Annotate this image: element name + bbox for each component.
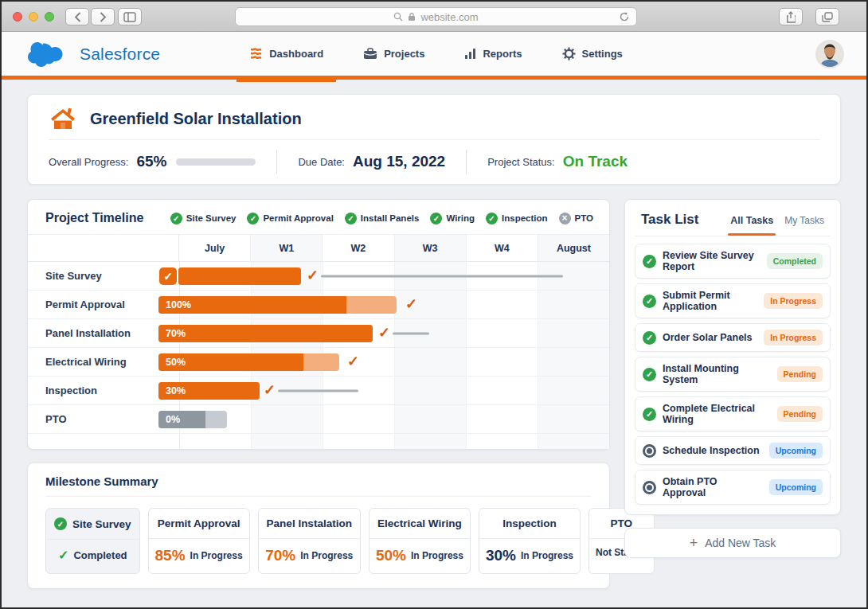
gantt-row-electrical-wiring: Electrical Wiring50%✓ — [28, 348, 609, 377]
check-circle-icon: ✓ — [643, 255, 656, 268]
traffic-lights — [13, 12, 54, 21]
gantt-bar-percent: 30% — [158, 382, 260, 400]
gantt-column-header-w1: W1 — [251, 235, 323, 261]
main-content: Greenfield Solar Installation Overall Pr… — [2, 94, 866, 589]
due-date-value: Aug 15, 2022 — [353, 153, 445, 170]
task-item-complete-electrical-wiring[interactable]: ✓Complete Electrical WiringPending — [635, 396, 831, 431]
milestone-card-permit-approval: Permit Approval85%In Progress — [148, 508, 250, 574]
nav-label: Reports — [483, 48, 522, 60]
gantt-bar[interactable]: 100% — [158, 296, 397, 314]
milestone-card-panel-instalation: Panel Instalation70%In Progress — [258, 508, 361, 574]
tabs-overview-button[interactable] — [815, 8, 839, 25]
legend-label: Permit Approval — [263, 213, 333, 223]
legend-site-survey: ✓Site Survey — [170, 213, 237, 224]
close-window-button[interactable] — [13, 12, 22, 21]
task-item-install-mounting-system[interactable]: ✓Install Mounting SystemPending — [635, 357, 831, 392]
milestone-status: 50%In Progress — [369, 539, 470, 573]
gantt-bar[interactable]: 50% — [158, 353, 339, 371]
forward-button[interactable] — [91, 8, 115, 25]
legend-pto: ×PTO — [559, 213, 593, 224]
gantt-bar-percent: 70% — [158, 325, 373, 342]
check-circle-icon: ✓ — [643, 295, 656, 308]
gantt-row-label: PTO — [28, 405, 179, 433]
plus-icon: + — [690, 536, 698, 550]
status-badge: Completed — [767, 253, 823, 269]
milestone-percent: 50% — [376, 547, 406, 564]
milestone-summary-title: Milestone Summary — [45, 474, 592, 497]
bar-chart-icon — [464, 48, 476, 60]
share-button[interactable] — [779, 8, 803, 25]
status-badge: Pending — [777, 406, 823, 422]
sidebar-toggle-button[interactable] — [118, 8, 142, 25]
check-circle-icon: ✓ — [170, 213, 182, 224]
project-stats-row: Overall Progress: 65% Due Date: Aug 15, … — [49, 150, 819, 174]
check-circle-icon: ✓ — [345, 213, 357, 224]
milestone-percent: 30% — [486, 547, 516, 564]
gantt-row-chart: 30%✓ — [179, 377, 609, 404]
task-item-order-solar-panels[interactable]: ✓Order Solar PanelsIn Progress — [635, 323, 831, 352]
milestone-title-text: Inspection — [502, 517, 557, 529]
task-label: Submit Permit Application — [663, 290, 757, 312]
legend-label: PTO — [575, 213, 593, 223]
tabs-icon — [822, 12, 833, 22]
gantt-row-chart: 0% — [179, 405, 609, 433]
chevron-right-icon — [100, 12, 107, 22]
milestone-status: 85%In Progress — [149, 539, 249, 573]
gantt-column-header-w2: W2 — [323, 235, 394, 261]
minimize-window-button[interactable] — [29, 12, 38, 21]
project-title: Greenfield Solar Installation — [90, 110, 302, 128]
milestone-title: Inspection — [479, 509, 580, 539]
reload-button[interactable] — [619, 11, 630, 25]
nav-item-projects[interactable]: Projects — [363, 30, 424, 78]
tab-all-tasks[interactable]: All Tasks — [730, 215, 773, 226]
task-item-submit-permit-application[interactable]: ✓Submit Permit ApplicationIn Progress — [635, 283, 831, 318]
add-new-task-button[interactable]: + Add New Task — [624, 528, 841, 558]
legend-label: Site Survey — [186, 213, 237, 223]
gantt-body: Site Survey✓✓Permit Approval100%✓Panel I… — [28, 262, 609, 449]
gantt-bar[interactable]: 30% — [158, 382, 260, 400]
project-header-card: Greenfield Solar Installation Overall Pr… — [27, 94, 841, 185]
task-label: Order Solar Panels — [663, 332, 757, 343]
gantt-row-inspection: Inspection30%✓ — [28, 377, 609, 405]
brand-logo[interactable]: Salesforce — [24, 40, 160, 68]
legend-label: Install Panels — [361, 213, 420, 223]
user-avatar[interactable] — [815, 40, 844, 68]
milestone-title: ✓Site Survey — [46, 509, 139, 540]
milestone-status-text: In Progress — [300, 550, 353, 561]
gantt-header-row: JulyW1W2W3W4August — [28, 235, 609, 262]
gantt-bar[interactable] — [178, 267, 301, 285]
task-list-card: Task List All Tasks My Tasks ✓Review Sit… — [624, 199, 841, 515]
nav-item-dashboard[interactable]: Dashboard — [249, 30, 323, 78]
milestone-check-icon: ✓ — [378, 323, 390, 341]
legend-wiring: ✓Wiring — [430, 213, 475, 224]
project-timeline-card: Project Timeline ✓Site Survey✓Permit App… — [27, 199, 610, 450]
gantt-row-label: Inspection — [28, 377, 179, 404]
task-item-review-site-survey-report[interactable]: ✓Review Site Survey ReportCompleted — [635, 244, 831, 279]
gantt-bar-percent: 0% — [158, 411, 227, 428]
zoom-window-button[interactable] — [45, 12, 54, 21]
task-list-tabs: All Tasks My Tasks — [730, 215, 824, 226]
task-item-obtain-pto-approval[interactable]: Obtain PTO ApprovalUpcoming — [635, 470, 831, 505]
back-button[interactable] — [65, 8, 89, 25]
legend-label: Wiring — [446, 213, 475, 223]
gear-icon — [562, 47, 576, 61]
address-bar[interactable]: website.com — [235, 7, 637, 26]
gantt-row-chart: 70%✓ — [179, 319, 609, 347]
task-item-schedule-inspection[interactable]: Schedule InspectionUpcoming — [635, 436, 831, 465]
milestone-title-text: Panel Instalation — [267, 517, 352, 529]
url-text: website.com — [420, 11, 478, 23]
nav-item-reports[interactable]: Reports — [464, 30, 522, 78]
gantt-header-spacer — [28, 235, 179, 261]
milestone-status-text: Completed — [73, 549, 127, 561]
gantt-row-chart: ✓✓ — [179, 262, 609, 290]
gantt-bar[interactable]: 70% — [158, 325, 373, 342]
check-circle-icon: ✓ — [247, 213, 259, 224]
tab-my-tasks[interactable]: My Tasks — [784, 215, 824, 226]
nav-item-settings[interactable]: Settings — [562, 30, 623, 78]
milestone-check-icon: ✓ — [347, 352, 359, 369]
divider — [466, 150, 467, 174]
gantt-row-label: Panel Installation — [28, 319, 179, 347]
gantt-bar[interactable]: 0% — [158, 411, 227, 428]
legend-label: Inspection — [502, 213, 548, 223]
completed-checkbox-icon[interactable]: ✓ — [159, 267, 177, 285]
